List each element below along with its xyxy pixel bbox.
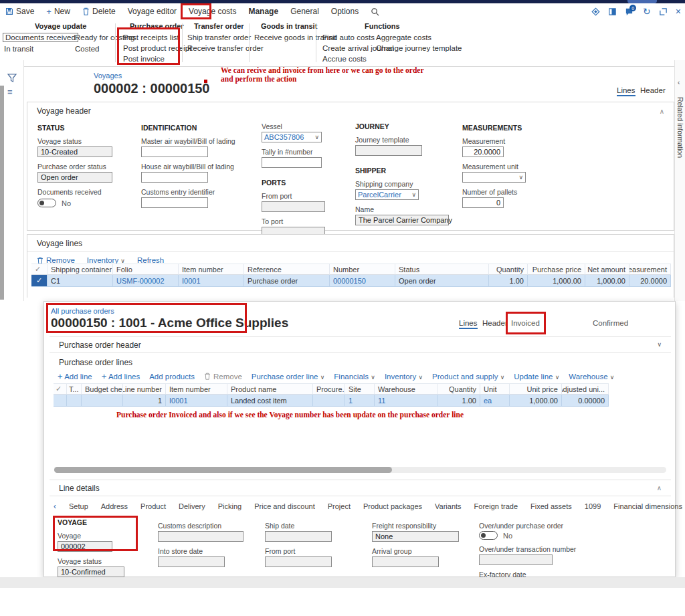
tab-delivery[interactable]: Delivery — [179, 502, 205, 510]
freight-responsibility-field[interactable]: None — [372, 531, 459, 542]
shipping-company-combo[interactable]: ParcelCarrier∨ — [355, 189, 419, 200]
po-number-link[interactable]: 00000150 — [330, 275, 395, 287]
po-tab-header[interactable]: Header — [482, 319, 508, 327]
chat-icon[interactable]: 0 — [625, 7, 635, 16]
related-information-rail[interactable]: ‹ Related information — [674, 60, 685, 301]
remove-button-disabled[interactable]: Remove — [204, 373, 242, 381]
receive-transfer-order-button[interactable]: Receive transfer order — [187, 44, 264, 52]
post-receipts-list-button[interactable]: Post receipts list — [123, 33, 179, 41]
tabs-scroll-left-icon[interactable]: ‹ — [54, 502, 56, 511]
arrival-group-field[interactable] — [372, 556, 439, 567]
tab-foreign-trade[interactable]: Foreign trade — [474, 502, 518, 510]
measurement-unit-combo[interactable]: ∨ — [462, 172, 526, 183]
documents-received-toggle[interactable] — [37, 199, 56, 207]
costed-button[interactable]: Costed — [75, 45, 99, 53]
close-icon[interactable]: × — [676, 7, 681, 16]
tab-1099[interactable]: 1099 — [585, 502, 601, 510]
scrollbar-thumb[interactable] — [54, 467, 392, 473]
product-and-supply-menu[interactable]: Product and supply ∨ — [432, 373, 504, 381]
voyage-editor-button[interactable]: Voyage editor — [128, 7, 177, 16]
pallets-field[interactable]: 0 — [462, 197, 504, 208]
voyage-header-section-bar[interactable]: Voyage header ∧ — [27, 102, 674, 118]
ship-date-field[interactable] — [265, 531, 332, 542]
voyage-tab-lines[interactable]: Lines — [617, 86, 635, 94]
tab-financial-dimensions[interactable]: Financial dimensions — [613, 502, 682, 510]
save-button[interactable]: Save — [5, 7, 34, 16]
item-number-link[interactable]: I0001 — [179, 275, 244, 287]
tab-product[interactable]: Product — [140, 502, 166, 510]
financials-menu[interactable]: Financials ∨ — [334, 373, 375, 381]
refresh-icon[interactable]: ↻ — [643, 7, 651, 16]
horizontal-scrollbar[interactable] — [54, 467, 666, 473]
into-store-date-field[interactable] — [158, 556, 225, 567]
add-line-button[interactable]: + Add line — [58, 371, 92, 381]
manage-tab[interactable]: Manage — [248, 7, 278, 16]
tab-product-packages[interactable]: Product packages — [363, 502, 422, 510]
warehouse-menu[interactable]: Warehouse ∨ — [569, 373, 614, 381]
dynamics-icon[interactable] — [591, 7, 600, 16]
voyage-status-field[interactable]: 10-Created — [37, 146, 112, 157]
tab-picking[interactable]: Picking — [218, 502, 241, 510]
tab-price-and-discount[interactable]: Price and discount — [254, 502, 315, 510]
tally-field[interactable] — [262, 157, 322, 168]
po-header-section-bar[interactable]: Purchase order header ∨ — [50, 336, 671, 353]
select-all-checkbox[interactable]: ✓ — [54, 383, 67, 395]
po-line-menu[interactable]: Purchase order line ∨ — [252, 373, 325, 381]
line-details-section-bar[interactable]: Line details ∧ — [50, 480, 671, 496]
change-journey-template-button[interactable]: Change journey template — [376, 44, 462, 52]
post-invoice-button[interactable]: Post invoice — [123, 55, 165, 63]
new-button[interactable]: + New — [46, 7, 70, 17]
customs-entry-field[interactable] — [141, 197, 208, 208]
voyage-costs-button[interactable]: Voyage costs — [189, 7, 236, 16]
po-tab-lines[interactable]: Lines — [459, 319, 478, 327]
from-port-field[interactable] — [262, 201, 325, 212]
journey-template-field[interactable] — [355, 145, 422, 156]
over-under-toggle[interactable] — [479, 531, 498, 540]
tab-variants[interactable]: Variants — [435, 502, 462, 510]
select-all-checkbox[interactable]: ✓ — [31, 264, 47, 275]
ship-transfer-order-button[interactable]: Ship transfer order — [187, 33, 251, 41]
row-checkbox[interactable] — [54, 395, 67, 407]
item-number-link[interactable]: I0001 — [166, 395, 227, 407]
vessel-combo[interactable]: ABC357806∨ — [262, 132, 322, 142]
filter-icon[interactable] — [7, 74, 17, 82]
voyage-tab-header[interactable]: Header — [640, 86, 666, 94]
documents-received-button[interactable]: Documents received — [3, 33, 78, 42]
lc-from-port-field[interactable] — [265, 556, 332, 567]
table-row[interactable]: ✓ C1 USMF-000002 I0001 Purchase order 00… — [31, 275, 671, 287]
update-line-menu[interactable]: Update line ∨ — [514, 373, 559, 381]
over-under-txn-field[interactable] — [479, 554, 553, 565]
popout-icon[interactable] — [659, 7, 668, 16]
breadcrumb-all-purchase-orders[interactable]: All purchase orders — [51, 307, 114, 315]
measurement-field[interactable]: 20.0000 — [462, 146, 504, 157]
unit-link[interactable]: ea — [480, 395, 510, 407]
options-tab[interactable]: Options — [331, 7, 359, 16]
inventory-menu[interactable]: Inventory ∨ — [385, 373, 423, 381]
tab-project[interactable]: Project — [328, 502, 351, 510]
task-list-icon[interactable]: ≡ — [7, 87, 13, 97]
house-waybill-field[interactable] — [141, 172, 208, 183]
shipper-name-field[interactable]: The Parcel Carrier Company — [355, 215, 449, 225]
delete-button[interactable]: Delete — [82, 7, 116, 16]
row-checkbox[interactable]: ✓ — [31, 275, 47, 287]
master-waybill-field[interactable] — [141, 146, 208, 157]
tab-setup[interactable]: Setup — [69, 502, 88, 510]
site-link[interactable]: 1 — [345, 395, 375, 407]
aggregate-costs-button[interactable]: Aggregate costs — [376, 33, 431, 41]
table-row[interactable]: 1 I0001 Landed cost item 1 11 1.00 ea 1,… — [54, 395, 609, 407]
left-scrollbar[interactable] — [0, 86, 4, 300]
lc-voyage-field[interactable]: 000002 — [58, 541, 112, 552]
warehouse-link[interactable]: 11 — [375, 395, 437, 407]
in-transit-button[interactable]: In transit — [4, 45, 33, 53]
accrue-costs-button[interactable]: Accrue costs — [322, 55, 367, 63]
breadcrumb-voyages[interactable]: Voyages — [94, 72, 122, 80]
folio-link[interactable]: USMF-000002 — [113, 275, 179, 287]
post-product-receipt-button[interactable]: Post product receipt — [123, 44, 191, 52]
tab-address[interactable]: Address — [101, 502, 128, 510]
book-icon[interactable] — [608, 7, 617, 16]
po-status-field[interactable]: Open order — [37, 172, 112, 183]
customs-description-field[interactable] — [158, 531, 243, 542]
general-tab[interactable]: General — [290, 7, 319, 16]
lc-voyage-status-field[interactable]: 10-Confirmed — [58, 567, 124, 577]
add-products-button[interactable]: Add products — [149, 373, 195, 381]
